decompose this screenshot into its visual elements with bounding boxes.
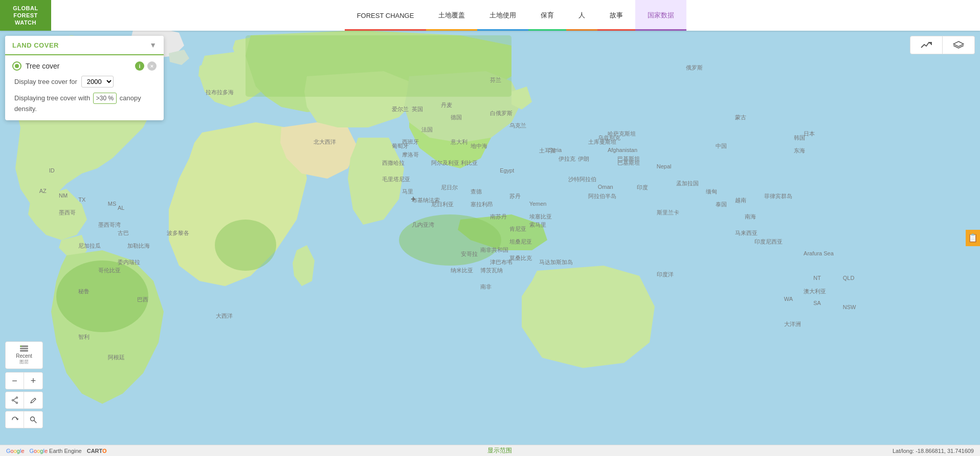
tree-cover-actions: i ×: [135, 61, 157, 71]
year-select[interactable]: 2000 2010 2015: [81, 76, 114, 88]
layers-button[interactable]: [943, 36, 975, 54]
main-nav: FOREST CHANGE土地覆盖土地使用保育人故事国家数据: [51, 0, 980, 31]
coordinates-display: Lat/long: -18.866811, 31.741609: [893, 448, 974, 454]
nav-item-land-use[interactable]: 土地使用: [477, 0, 528, 31]
logo-bar: Google Google Earth Engine CARTO: [6, 448, 107, 454]
panel-collapse-arrow[interactable]: ▼: [149, 41, 157, 49]
svg-text:+: +: [411, 194, 415, 203]
svg-point-1: [56, 260, 148, 332]
show-map-button[interactable]: 显示范围: [487, 446, 512, 455]
nav-item-country-data[interactable]: 国家数据: [635, 0, 686, 31]
zoom-in-button[interactable]: +: [24, 373, 42, 389]
recent-button[interactable]: Recent 图层: [5, 341, 43, 369]
header: GLOBAL FOREST WATCH FOREST CHANGE土地覆盖土地使…: [0, 0, 980, 31]
nav-item-land-cover[interactable]: 土地覆盖: [426, 0, 477, 31]
svg-point-3: [399, 214, 501, 266]
panel-header: LAND COVER ▼: [5, 36, 164, 55]
svg-line-14: [13, 398, 16, 400]
svg-rect-4: [246, 35, 511, 97]
bookmark-button[interactable]: 📋: [966, 230, 980, 246]
tree-cover-row: Tree cover i ×: [12, 61, 157, 71]
svg-line-15: [13, 401, 16, 402]
zoom-controls: − +: [5, 372, 43, 389]
svg-rect-8: [20, 348, 28, 350]
svg-point-12: [12, 400, 13, 401]
panel-title: LAND COVER: [12, 41, 59, 49]
sidebar-panel: LAND COVER ▼ Tree cover i × Display tree…: [5, 36, 164, 120]
svg-marker-6: [953, 41, 964, 47]
svg-point-11: [16, 397, 17, 399]
draw-button[interactable]: [24, 392, 42, 408]
map-controls: Recent 图层 − +: [5, 341, 43, 429]
logo-text: GLOBAL FOREST WATCH: [13, 5, 38, 27]
map[interactable]: + 加拿大哈德森湾拉布拉多海IDAZNMTXMSAL墨西哥墨西哥湾古巴波多黎各加…: [0, 31, 980, 445]
search-button[interactable]: [24, 411, 42, 428]
refresh-button[interactable]: [6, 411, 24, 428]
zoom-out-button[interactable]: −: [6, 373, 24, 389]
top-right-controls: [910, 36, 975, 54]
tree-cover-icon: [12, 61, 21, 71]
tree-cover-label: Tree cover: [26, 62, 135, 70]
earth-engine-label: Google Earth Engine: [30, 448, 82, 454]
svg-point-2: [215, 220, 276, 271]
density-text-before: Displaying tree cover with: [14, 94, 90, 102]
map-tool-row-1: [5, 392, 43, 409]
tree-cover-close-button[interactable]: ×: [147, 61, 157, 71]
tree-cover-inner: [15, 64, 19, 68]
recent-sublabel: 图层: [19, 359, 29, 365]
google-logo: Google: [6, 448, 25, 454]
tree-cover-info-button[interactable]: i: [135, 61, 144, 71]
chart-button[interactable]: [910, 36, 943, 54]
svg-point-10: [20, 345, 22, 347]
display-label: Display tree cover for: [14, 78, 77, 85]
svg-point-13: [16, 402, 17, 404]
nav-item-forest-change[interactable]: FOREST CHANGE: [345, 0, 427, 31]
density-badge[interactable]: >30 %: [93, 93, 117, 104]
nav-item-conservation[interactable]: 保育: [528, 0, 566, 31]
panel-body: Tree cover i × Display tree cover for 20…: [5, 55, 164, 120]
share-button[interactable]: [6, 392, 24, 408]
carto-label: CARTO: [87, 448, 107, 454]
svg-rect-9: [20, 350, 28, 352]
recent-label: Recent: [16, 353, 32, 359]
bottom-bar: Google Google Earth Engine CARTO 显示范围 La…: [0, 445, 980, 456]
logo[interactable]: GLOBAL FOREST WATCH: [0, 0, 51, 31]
map-tool-row-2: [5, 411, 43, 428]
nav-item-people[interactable]: 人: [566, 0, 597, 31]
svg-line-16: [35, 398, 36, 399]
nav-item-stories[interactable]: 故事: [597, 0, 635, 31]
display-row: Display tree cover for 2000 2010 2015: [12, 76, 157, 88]
density-row: Displaying tree cover with >30 % canopy …: [12, 93, 157, 114]
svg-line-19: [34, 421, 36, 423]
